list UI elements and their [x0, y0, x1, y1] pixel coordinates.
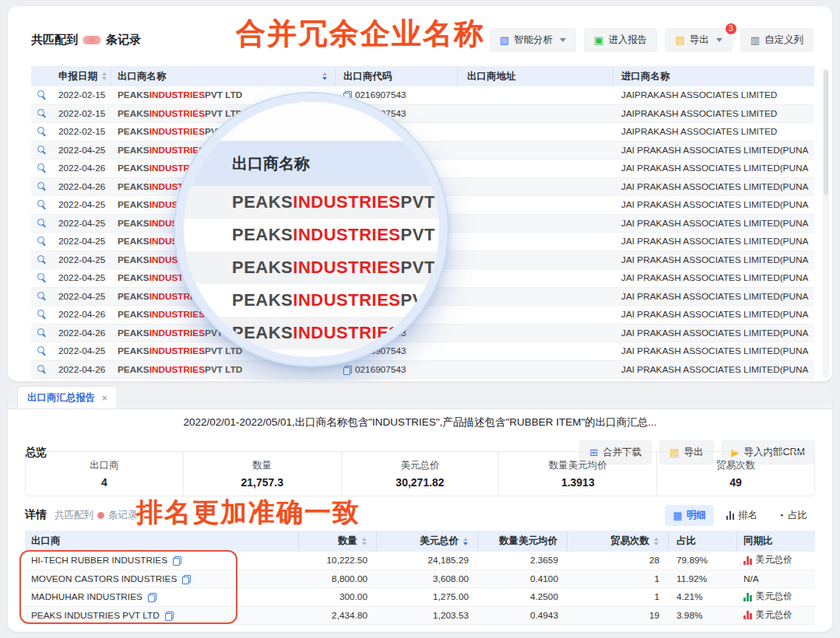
- view-share-button[interactable]: ◔ 占比: [770, 505, 815, 526]
- search-icon[interactable]: [37, 328, 47, 338]
- enter-report-button[interactable]: ▣ 进入报告: [584, 28, 657, 52]
- search-icon[interactable]: [37, 237, 47, 246]
- export-button[interactable]: ▤ 导出 3: [665, 28, 732, 52]
- search-icon[interactable]: [37, 109, 47, 118]
- declare-date-cell: 2022-02-15: [52, 126, 111, 137]
- table-row[interactable]: 2022-04-26 PEAKS INDUSTRIES PVT LTD 0216…: [31, 361, 814, 380]
- share-cell: 4.21%: [669, 591, 737, 602]
- declare-date-cell: 2022-04-25: [52, 236, 111, 247]
- importer-name-cell: JAI PRAKASH ASSOCIATES LIMITED(PUNA: [613, 345, 814, 356]
- stat-item: 贸易次数 49: [657, 452, 814, 496]
- sort-icon[interactable]: [102, 72, 107, 80]
- search-icon[interactable]: [37, 200, 47, 209]
- close-icon[interactable]: ×: [102, 392, 108, 404]
- importer-name-cell: JAI PRAKASH ASSOCIATES LIMITED(PUNA: [613, 236, 814, 247]
- vertical-scrollbar[interactable]: [823, 68, 829, 378]
- trend-chart-icon: [743, 611, 752, 619]
- detail-row: 详情 共匹配到 条记录 ▦ 明细 排名 ◔ 占比: [25, 504, 815, 526]
- search-icon[interactable]: [37, 219, 47, 228]
- copy-icon[interactable]: [173, 556, 180, 564]
- stat-item: 美元总价 30,271.82: [342, 452, 500, 496]
- records-panel: 共匹配到 条记录 ▧ 智能分析 ▣ 进入报告 ▤ 导出 3 ▥ 自定义列: [8, 6, 832, 381]
- search-icon[interactable]: [37, 163, 47, 173]
- declare-date-cell: 2022-04-26: [52, 309, 111, 320]
- custom-columns-button[interactable]: ▥ 自定义列: [740, 28, 814, 52]
- sort-icon[interactable]: [654, 538, 659, 545]
- copy-icon[interactable]: [182, 575, 189, 583]
- copy-icon[interactable]: [343, 366, 350, 373]
- search-icon[interactable]: [37, 182, 47, 191]
- search-icon[interactable]: [37, 310, 47, 319]
- search-icon[interactable]: [37, 365, 47, 374]
- view-rank-button[interactable]: 排名: [719, 505, 766, 526]
- smart-analysis-button[interactable]: ▧ 智能分析: [490, 28, 576, 52]
- trades-cell: 28: [568, 555, 669, 566]
- search-icon[interactable]: [37, 145, 47, 155]
- tab-exporter-summary[interactable]: 出口商汇总报告 ×: [17, 386, 118, 408]
- declare-date-cell: 2022-02-15: [52, 89, 111, 100]
- share-cell: 79.89%: [669, 555, 737, 566]
- search-icon[interactable]: [37, 127, 47, 136]
- yoy-cell: 美元总价: [737, 591, 815, 603]
- overview-stats-bar: 出口商 4 数量 21,757.3 美元总价 30,271.82 数量美元均价 …: [25, 451, 815, 496]
- header-exporter-name[interactable]: 出口商名称: [111, 66, 336, 86]
- share-cell: 3.98%: [669, 610, 737, 621]
- sort-icon[interactable]: [322, 72, 327, 80]
- stat-label: 美元总价: [400, 459, 439, 472]
- view-detail-button[interactable]: ▦ 明细: [665, 505, 713, 526]
- header-yoy: 同期比: [737, 531, 815, 552]
- match-count-text: 共匹配到 条记录: [31, 33, 141, 47]
- header-usd-total[interactable]: 美元总价: [377, 531, 478, 552]
- detail-match-count: 共匹配到 条记录: [54, 509, 138, 522]
- view-switcher: ▦ 明细 排名 ◔ 占比: [665, 505, 815, 526]
- copy-icon[interactable]: [148, 593, 155, 601]
- exporter-code-cell: 0216907543: [336, 89, 458, 100]
- exporter-cell: HI-TECH RUBBER INDUSTRIES: [25, 555, 299, 566]
- table-row[interactable]: 2022-04-26 PEAKS INDUSTRIES PVT LTD 0216…: [31, 324, 814, 343]
- redacted-count: [97, 512, 104, 519]
- yoy-cell: 美元总价: [737, 554, 815, 566]
- search-icon[interactable]: [37, 273, 47, 282]
- header-trades[interactable]: 贸易次数: [568, 531, 669, 552]
- detail-label: 详情: [25, 508, 47, 522]
- yoy-cell: N/A: [737, 573, 815, 584]
- usd-cell: 3,608.00: [377, 573, 478, 584]
- search-icon[interactable]: [37, 90, 47, 100]
- table-row[interactable]: 2022-04-25 PEAKS INDUSTRIES PVT LTD 0216…: [31, 342, 814, 361]
- table-row[interactable]: 2022-02-15 PEAKS INDUSTRIES PVT LTD 0216…: [31, 86, 814, 105]
- scrollbar-thumb[interactable]: [824, 70, 828, 195]
- avg-cell: 4.2500: [478, 591, 568, 602]
- search-icon[interactable]: [37, 292, 47, 301]
- exporter-cell: MADHUHAR INDUSTRIES: [25, 591, 299, 602]
- table-row[interactable]: 2022-02-15 PEAKS INDUSTRIES PVT LTD 0216…: [31, 105, 814, 124]
- declare-date-cell: 2022-04-26: [52, 364, 111, 375]
- declare-date-cell: 2022-04-25: [52, 272, 111, 283]
- summary-row[interactable]: HI-TECH RUBBER INDUSTRIES 10,222.50 24,1…: [25, 552, 815, 570]
- header-declare-date[interactable]: 申报日期: [52, 66, 111, 86]
- search-icon[interactable]: [37, 255, 47, 265]
- summary-row[interactable]: PEAKS INDUSTRIES PVT LTD 2,434.80 1,203.…: [25, 607, 815, 626]
- summary-row[interactable]: MADHUHAR INDUSTRIES 300.00 1,275.00 4.25…: [25, 588, 815, 607]
- header-qty[interactable]: 数量: [299, 531, 377, 552]
- trend-chart-icon: [743, 556, 752, 565]
- summary-table-header: 出口商 数量 美元总价 数量美元均价 贸易次数 占比 同期比: [25, 531, 815, 552]
- avg-cell: 0.4100: [478, 573, 568, 584]
- lens-rows: PEAKS INDUSTRIES PVT LTD PEAKS INDUSTRIE…: [184, 186, 439, 349]
- stat-value: 1.3913: [561, 476, 595, 489]
- declare-date-cell: 2022-04-26: [52, 328, 111, 338]
- magnifier-lens-callout: 出口商名称 PEAKS INDUSTRIES PVT LTD PEAKS IND…: [175, 93, 448, 366]
- export-label: 导出: [690, 33, 709, 47]
- summary-row[interactable]: MOVEON CASTORS INDUSTRIES 8,800.00 3,608…: [25, 570, 815, 589]
- copy-icon[interactable]: [165, 612, 172, 619]
- table-row[interactable]: 2022-04-26 PEAKS INDUSTRIES PVT LTD 0216…: [31, 306, 814, 324]
- sort-icon[interactable]: [463, 538, 468, 545]
- declare-date-cell: 2022-04-26: [52, 181, 111, 192]
- stat-value: 30,271.82: [395, 476, 444, 489]
- report-tab-bar: 出口商汇总报告 ×: [8, 386, 832, 409]
- stat-label: 数量: [252, 459, 272, 472]
- header-icon-col: [31, 66, 52, 86]
- sort-icon[interactable]: [362, 538, 367, 545]
- search-icon[interactable]: [37, 346, 47, 356]
- stat-value: 21,757.3: [241, 476, 283, 489]
- table-row[interactable]: 2022-02-15 PEAKS INDUSTRIES PVT LTD 0216…: [31, 123, 814, 142]
